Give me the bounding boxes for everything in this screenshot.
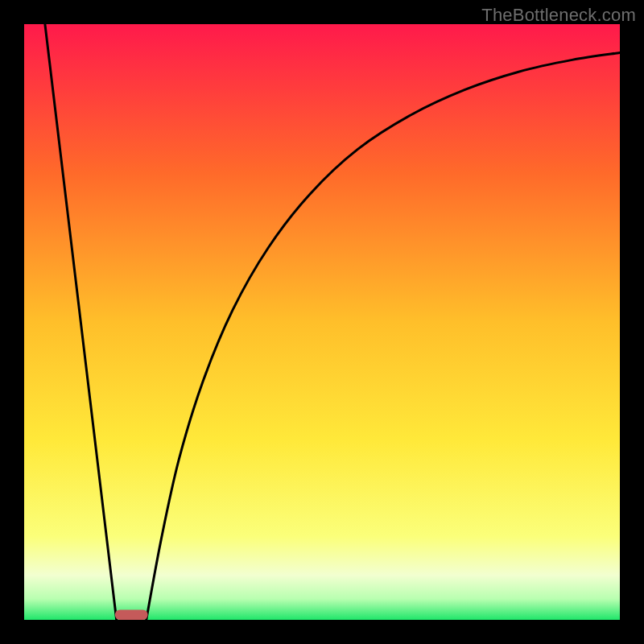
watermark-text: TheBottleneck.com — [481, 5, 636, 26]
chart-frame: TheBottleneck.com — [0, 0, 644, 644]
chart-canvas — [24, 24, 620, 620]
baseline-marker — [115, 609, 148, 620]
gradient-background — [24, 24, 620, 620]
plot-area — [24, 24, 620, 620]
